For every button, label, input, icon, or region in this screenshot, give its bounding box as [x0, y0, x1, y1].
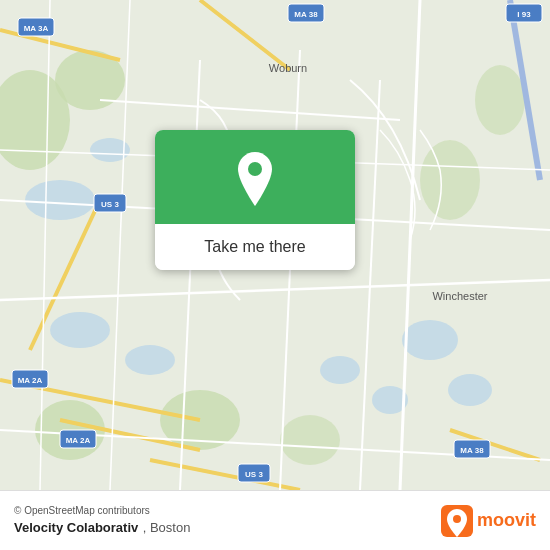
svg-point-13: [420, 140, 480, 220]
svg-text:Winchester: Winchester: [432, 290, 487, 302]
svg-point-15: [280, 415, 340, 465]
take-me-there-button[interactable]: Take me there: [155, 224, 355, 270]
osm-attribution: © OpenStreetMap contributors: [14, 505, 190, 516]
moovit-logo: moovit: [441, 505, 536, 537]
svg-text:I 93: I 93: [517, 10, 531, 19]
svg-text:Woburn: Woburn: [269, 62, 307, 74]
svg-text:MA 3A: MA 3A: [24, 24, 49, 33]
svg-point-3: [402, 320, 458, 360]
map-area[interactable]: MA 3A MA 38 I 93 US 3 MA 38 US 3 MA 2A M…: [0, 0, 550, 490]
place-name: Velocity Colaborativ: [14, 520, 138, 535]
svg-text:US 3: US 3: [245, 470, 263, 479]
popup-header: [155, 130, 355, 224]
place-name-row: Velocity Colaborativ , Boston: [14, 518, 190, 536]
svg-point-53: [248, 162, 262, 176]
moovit-icon: [441, 505, 473, 537]
place-info: © OpenStreetMap contributors Velocity Co…: [14, 505, 190, 536]
svg-point-4: [448, 374, 492, 406]
svg-point-7: [320, 356, 360, 384]
place-city: , Boston: [143, 520, 191, 535]
svg-point-1: [25, 180, 95, 220]
svg-point-14: [475, 65, 525, 135]
moovit-label: moovit: [477, 510, 536, 531]
svg-text:MA 38: MA 38: [460, 446, 484, 455]
svg-point-55: [453, 515, 461, 523]
svg-text:MA 38: MA 38: [294, 10, 318, 19]
svg-text:US 3: US 3: [101, 200, 119, 209]
svg-text:MA 2A: MA 2A: [18, 376, 43, 385]
svg-point-2: [50, 312, 110, 348]
location-popup: Take me there: [155, 130, 355, 270]
bottom-bar: © OpenStreetMap contributors Velocity Co…: [0, 490, 550, 550]
svg-text:MA 2A: MA 2A: [66, 436, 91, 445]
location-pin-icon: [233, 152, 277, 206]
svg-point-6: [125, 345, 175, 375]
